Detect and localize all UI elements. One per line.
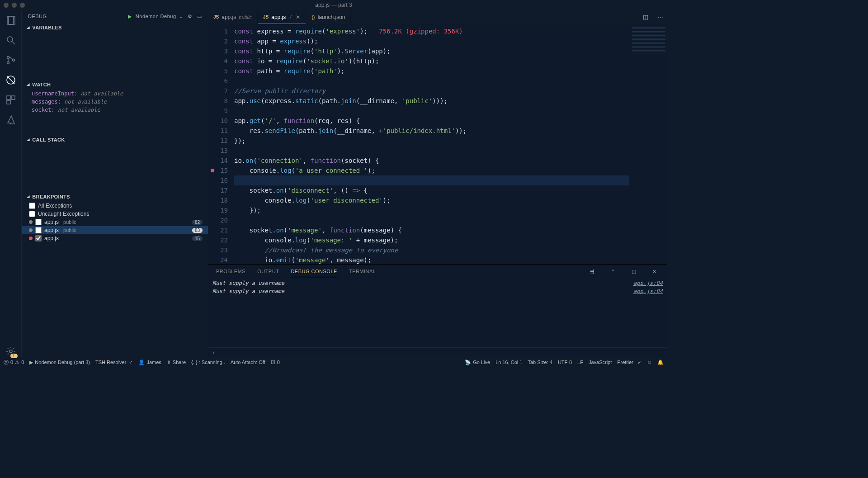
status-golive[interactable]: 📡 Go Live [465, 360, 490, 365]
status-scanning[interactable]: {..} : Scanning.. [191, 360, 225, 365]
panel-tab[interactable]: OUTPUT [257, 266, 279, 277]
explorer-icon[interactable] [5, 14, 17, 26]
code-body[interactable]: const express = require('express'); 756.… [234, 24, 629, 264]
status-feedback-icon[interactable]: ☺ [647, 360, 652, 365]
variables-body [22, 33, 208, 80]
filter-icon[interactable]: ⇶ [588, 269, 597, 274]
svg-line-8 [7, 76, 14, 84]
svg-rect-10 [11, 96, 15, 99]
close-tab-icon[interactable]: ✕ [296, 14, 300, 20]
svg-rect-11 [7, 100, 10, 104]
status-todo[interactable]: ☑ 0 [271, 360, 280, 365]
maximize-window-icon[interactable] [20, 3, 25, 8]
section-callstack[interactable]: CALL STACK [22, 135, 208, 145]
svg-point-12 [9, 350, 12, 353]
watch-item[interactable]: socket: not available [22, 106, 208, 114]
console-source-link[interactable]: app.js:84 [633, 287, 663, 295]
svg-rect-1 [9, 16, 15, 24]
debug-config-select[interactable]: Nodemon Debug [136, 14, 176, 19]
svg-rect-0 [7, 16, 14, 24]
editor-area: JSapp.jspublicJSapp.js./✕{}launch.json◫⋯… [208, 10, 667, 357]
editor-tab[interactable]: JSapp.js./✕ [258, 10, 306, 24]
panel-tab[interactable]: PROBLEMS [216, 266, 245, 277]
panel-tabs: PROBLEMSOUTPUTDEBUG CONSOLETERMINAL⇶⌃▢✕ [208, 265, 667, 278]
debug-icon[interactable] [5, 74, 17, 86]
breakpoint-builtin[interactable]: All Exceptions [22, 202, 208, 210]
settings-gear-icon[interactable] [5, 345, 17, 357]
panel-tab[interactable]: DEBUG CONSOLE [291, 266, 337, 277]
console-source-link[interactable]: app.js:84 [633, 279, 663, 287]
search-icon[interactable] [5, 34, 17, 46]
code-editor[interactable]: 123456789101112131415161718192021222324 … [208, 24, 629, 264]
svg-rect-9 [7, 96, 10, 99]
chevron-up-icon[interactable]: ⌃ [609, 269, 618, 274]
more-icon[interactable]: ⋯ [653, 10, 667, 24]
section-breakpoints[interactable]: BREAKPOINTS [22, 192, 208, 202]
debug-console-body[interactable]: Must supply a usernameapp.js:84Must supp… [208, 278, 667, 347]
editor-tab[interactable]: JSapp.jspublic [208, 10, 258, 24]
minimize-window-icon[interactable] [12, 3, 17, 8]
status-position[interactable]: Ln 16, Col 1 [495, 360, 522, 365]
status-share[interactable]: ⇪ Share [167, 360, 186, 365]
status-prettier[interactable]: Prettier: [617, 360, 642, 365]
split-editor-icon[interactable]: ◫ [638, 10, 653, 24]
panel-tab[interactable]: TERMINAL [349, 266, 376, 277]
minimap[interactable] [629, 24, 667, 264]
maximize-panel-icon[interactable]: ▢ [629, 269, 638, 274]
sidebar-title: DEBUG [28, 14, 47, 19]
titlebar: app.js — part 3 [0, 0, 667, 10]
window-controls [4, 3, 25, 8]
svg-point-5 [7, 62, 9, 64]
editor-tabs: JSapp.jspublicJSapp.js./✕{}launch.json◫⋯ [208, 10, 667, 24]
sidebar-header: DEBUG ▶ Nodemon Debug ⌄ ⚙ ▭ [22, 10, 208, 23]
breakpoint-item[interactable]: app.js15 [22, 234, 208, 242]
status-debug[interactable]: ▶ Nodemon Debug (part 3) [29, 360, 90, 365]
breakpoints-body: All ExceptionsUncaught Exceptionsapp.jsp… [22, 202, 208, 357]
status-resolver[interactable]: TSH Resolver [95, 360, 133, 365]
line-gutter[interactable]: 123456789101112131415161718192021222324 [208, 24, 234, 264]
breakpoint-item[interactable]: app.jspublic82 [22, 218, 208, 226]
status-language[interactable]: JavaScript [589, 360, 612, 365]
section-variables[interactable]: VARIABLES [22, 23, 208, 33]
configure-gear-icon[interactable]: ⚙ [188, 14, 193, 19]
status-eol[interactable]: LF [577, 360, 583, 365]
status-bell-icon[interactable]: 🔔 [657, 360, 664, 365]
debug-console-input[interactable] [208, 347, 667, 357]
console-row[interactable]: Must supply a usernameapp.js:84 [212, 287, 663, 295]
close-window-icon[interactable] [4, 3, 9, 8]
source-control-icon[interactable] [5, 54, 17, 66]
breakpoint-builtin[interactable]: Uncaught Exceptions [22, 210, 208, 218]
close-panel-icon[interactable]: ✕ [650, 269, 659, 274]
bottom-panel: PROBLEMSOUTPUTDEBUG CONSOLETERMINAL⇶⌃▢✕ … [208, 264, 667, 357]
status-bar: ⓧ 0 ⚠ 0 ▶ Nodemon Debug (part 3) TSH Res… [0, 357, 667, 367]
debug-console-toggle-icon[interactable]: ▭ [197, 14, 202, 19]
svg-point-2 [7, 37, 13, 42]
debug-sidebar: DEBUG ▶ Nodemon Debug ⌄ ⚙ ▭ VARIABLES WA… [22, 10, 208, 357]
editor-tab[interactable]: {}launch.json [306, 10, 351, 24]
breakpoint-item[interactable]: app.jspublic83 [22, 226, 208, 234]
watch-item[interactable]: usernameInput: not available [22, 90, 208, 98]
svg-line-3 [12, 42, 15, 44]
status-auto-attach[interactable]: Auto Attach: Off [231, 360, 265, 365]
svg-point-4 [7, 57, 9, 59]
azure-icon[interactable] [5, 114, 17, 126]
console-row[interactable]: Must supply a usernameapp.js:84 [212, 279, 663, 287]
status-user[interactable]: 👤 James [138, 360, 161, 365]
status-encoding[interactable]: UTF-8 [558, 360, 572, 365]
activity-bar [0, 10, 22, 357]
extensions-icon[interactable] [5, 94, 17, 106]
callstack-body [22, 145, 208, 192]
start-debug-icon[interactable]: ▶ [128, 14, 132, 19]
watch-item[interactable]: messages: not available [22, 98, 208, 106]
section-watch[interactable]: WATCH [22, 80, 208, 90]
status-tabsize[interactable]: Tab Size: 4 [528, 360, 552, 365]
window-title: app.js — part 3 [315, 2, 352, 8]
status-errors[interactable]: ⓧ 0 ⚠ 0 [4, 359, 24, 366]
watch-body: usernameInput: not availablemessages: no… [22, 90, 208, 135]
dropdown-icon[interactable]: ⌄ [179, 14, 184, 19]
